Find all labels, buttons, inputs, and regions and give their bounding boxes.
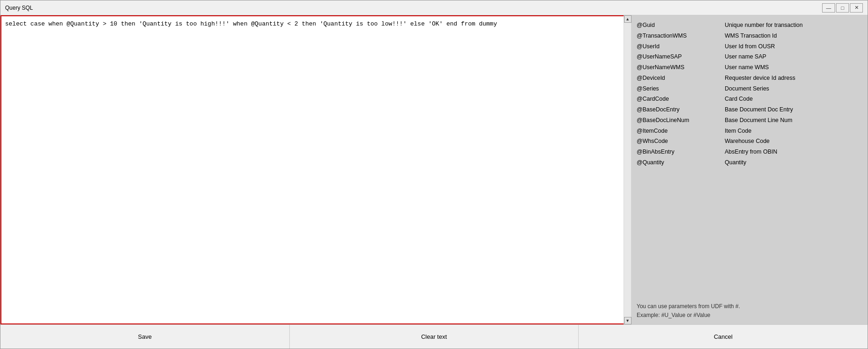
query-sql-window: Query SQL — □ ✕ ▲ ▼ @GuidUnique number f <box>0 0 868 349</box>
param-name: @TransactionWMS <box>637 32 725 40</box>
param-row: @DeviceIdRequester device Id adress <box>637 73 862 84</box>
param-desc: Base Document Line Num <box>725 116 792 125</box>
param-desc: Item Code <box>725 127 752 136</box>
param-desc: Requester device Id adress <box>725 74 795 83</box>
param-desc: AbsEntry from OBIN <box>725 148 777 156</box>
minimize-button[interactable]: — <box>822 3 835 13</box>
param-name: @BaseDocEntry <box>637 105 725 114</box>
param-name: @Series <box>637 84 725 93</box>
window-title: Query SQL <box>5 5 33 11</box>
param-desc: User name SAP <box>725 52 766 61</box>
params-table: @GuidUnique number for transaction@Trans… <box>637 20 862 168</box>
param-name: @BinAbsEntry <box>637 148 725 156</box>
sql-editor-panel <box>0 15 631 324</box>
bottom-buttons: Save Clear text Cancel <box>0 324 868 349</box>
clear-text-button[interactable]: Clear text <box>290 325 579 349</box>
scroll-up-button[interactable]: ▲ <box>624 15 632 23</box>
param-row: @BaseDocEntryBase Document Doc Entry <box>637 104 862 115</box>
title-bar: Query SQL — □ ✕ <box>0 0 868 15</box>
hint-line2: Example: #U_Value or #Value <box>637 311 862 320</box>
param-name: @Guid <box>637 21 725 30</box>
param-row: @BaseDocLineNumBase Document Line Num <box>637 115 862 126</box>
param-name: @BaseDocLineNum <box>637 116 725 125</box>
param-name: @UserId <box>637 42 725 51</box>
param-desc: Quantity <box>725 158 747 167</box>
param-row: @TransactionWMSWMS Transaction Id <box>637 31 862 41</box>
hint-area: You can use parameters from UDF with #. … <box>637 302 862 320</box>
cancel-button[interactable]: Cancel <box>579 325 868 349</box>
param-name: @CardCode <box>637 95 725 103</box>
param-name: @ItemCode <box>637 127 725 136</box>
maximize-button[interactable]: □ <box>836 3 849 13</box>
param-name: @DeviceId <box>637 74 725 83</box>
content-area: ▲ ▼ @GuidUnique number for transaction@T… <box>0 15 868 324</box>
param-desc: Card Code <box>725 95 753 103</box>
param-desc: Document Series <box>725 84 769 93</box>
hint-line1: You can use parameters from UDF with #. <box>637 302 862 311</box>
param-desc: Base Document Doc Entry <box>725 105 793 114</box>
param-desc: Warehouse Code <box>725 137 770 146</box>
param-row: @WhsCodeWarehouse Code <box>637 136 862 147</box>
sql-textarea[interactable] <box>0 15 631 324</box>
vertical-scrollbar[interactable]: ▲ ▼ <box>624 15 631 324</box>
param-desc: WMS Transaction Id <box>725 32 777 40</box>
close-button[interactable]: ✕ <box>850 3 863 13</box>
left-panel-wrapper: ▲ ▼ <box>0 15 631 324</box>
scroll-track[interactable] <box>625 23 631 317</box>
title-bar-controls: — □ ✕ <box>822 3 863 13</box>
param-row: @BinAbsEntryAbsEntry from OBIN <box>637 147 862 157</box>
param-row: @SeriesDocument Series <box>637 84 862 94</box>
right-panel: @GuidUnique number for transaction@Trans… <box>631 15 868 324</box>
param-desc: User name WMS <box>725 63 769 72</box>
param-name: @UserNameSAP <box>637 52 725 61</box>
param-name: @Quantity <box>637 158 725 167</box>
param-row: @CardCodeCard Code <box>637 94 862 104</box>
param-row: @UserNameSAPUser name SAP <box>637 52 862 62</box>
save-button[interactable]: Save <box>0 325 290 349</box>
param-row: @QuantityQuantity <box>637 157 862 168</box>
param-row: @GuidUnique number for transaction <box>637 20 862 31</box>
scroll-down-button[interactable]: ▼ <box>624 317 632 324</box>
param-desc: User Id from OUSR <box>725 42 775 51</box>
param-row: @UserIdUser Id from OUSR <box>637 41 862 52</box>
param-name: @WhsCode <box>637 137 725 146</box>
title-bar-left: Query SQL <box>5 5 33 11</box>
param-row: @ItemCodeItem Code <box>637 126 862 136</box>
param-row: @UserNameWMSUser name WMS <box>637 62 862 73</box>
param-desc: Unique number for transaction <box>725 21 803 30</box>
param-name: @UserNameWMS <box>637 63 725 72</box>
